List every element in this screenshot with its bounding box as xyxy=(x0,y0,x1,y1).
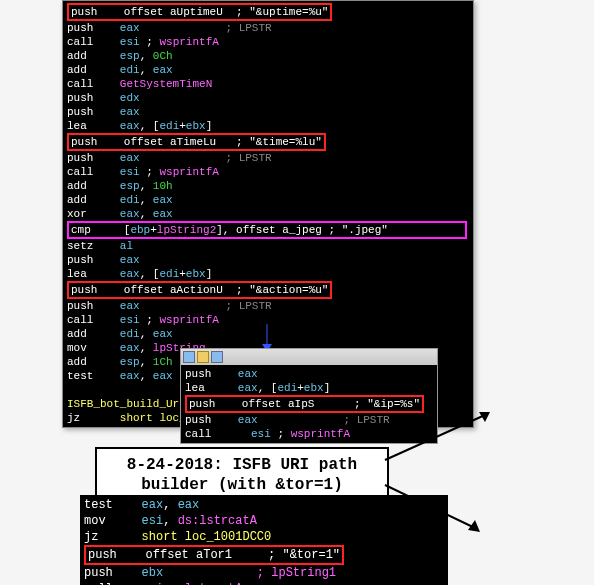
window-icon xyxy=(183,351,195,363)
note-line1: 8-24-2018: ISFB URI path xyxy=(127,456,357,474)
window-icon xyxy=(211,351,223,363)
window-icon xyxy=(197,351,209,363)
sub-disasm-window: push eaxlea eax, [edi+ebx]push offset aI… xyxy=(180,348,438,444)
sub-code-panel: push eaxlea eax, [edi+ebx]push offset aI… xyxy=(181,365,437,443)
svg-marker-3 xyxy=(479,412,490,422)
bottom-code-panel: test eax, eaxmov esi, ds:lstrcatAjz shor… xyxy=(80,495,448,585)
note-line2: builder (with &tor=1) xyxy=(141,476,343,494)
svg-marker-5 xyxy=(468,520,480,532)
window-titlebar xyxy=(181,349,437,365)
